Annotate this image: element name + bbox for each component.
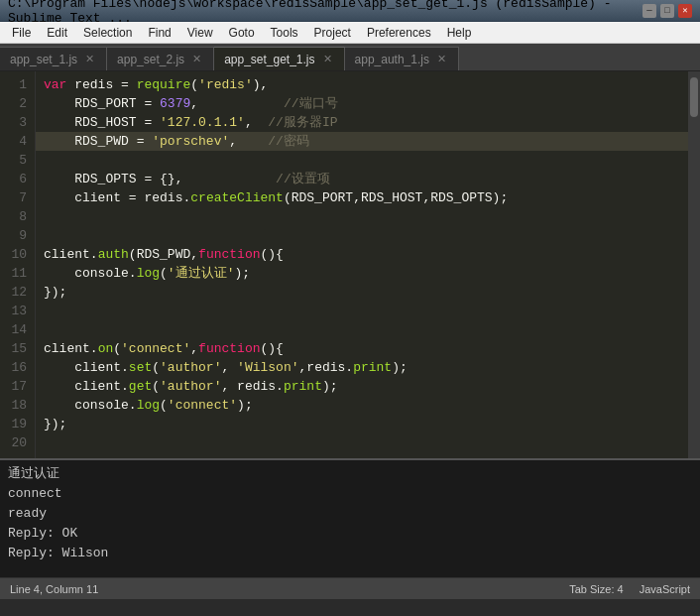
tab-app-set-1[interactable]: app_set_1.js ✕	[0, 47, 107, 70]
menu-file[interactable]: File	[4, 24, 39, 42]
tab-app-set-2[interactable]: app_set_2.js ✕	[107, 47, 214, 70]
tab-close-3[interactable]: ✕	[321, 53, 334, 65]
console-output: 通过认证 connect ready Reply: OK Reply: Wils…	[0, 458, 700, 577]
title-text: C:\Program Files\nodejs\workspace\redisS…	[8, 0, 642, 26]
window-controls: ─ □ ✕	[642, 4, 692, 18]
menu-selection[interactable]: Selection	[75, 24, 140, 42]
menu-tools[interactable]: Tools	[263, 24, 306, 42]
tab-close-1[interactable]: ✕	[83, 53, 96, 65]
menu-project[interactable]: Project	[306, 24, 359, 42]
close-button[interactable]: ✕	[678, 4, 692, 18]
console-line-3: ready	[8, 504, 692, 524]
tab-size: Tab Size: 4	[569, 583, 623, 595]
menu-goto[interactable]: Goto	[221, 24, 263, 42]
console-line-4: Reply: OK	[8, 524, 692, 544]
editor[interactable]: 1 2 3 4 5 6 7 8 9 10 11 12 13 14 15 16 1…	[0, 71, 700, 458]
cursor-position: Line 4, Column 11	[10, 583, 98, 595]
scroll-thumb[interactable]	[690, 77, 698, 117]
console-line-5: Reply: Wilson	[8, 544, 692, 563]
menu-edit[interactable]: Edit	[39, 24, 75, 42]
vertical-scrollbar[interactable]	[688, 71, 700, 458]
status-bar: Line 4, Column 11 Tab Size: 4 JavaScript	[0, 577, 700, 599]
console-line-1: 通过认证	[8, 464, 692, 484]
tab-close-4[interactable]: ✕	[435, 53, 448, 65]
tab-app-set-get-1[interactable]: app_set_get_1.js ✕	[214, 47, 344, 70]
menu-view[interactable]: View	[179, 24, 221, 42]
maximize-button[interactable]: □	[660, 4, 674, 18]
status-right: Tab Size: 4 JavaScript	[569, 583, 690, 595]
console-line-2: connect	[8, 484, 692, 504]
menu-find[interactable]: Find	[140, 24, 178, 42]
code-area[interactable]: var redis = require('redis'), RDS_PORT =…	[36, 71, 688, 458]
tab-close-2[interactable]: ✕	[190, 53, 203, 65]
title-bar: C:\Program Files\nodejs\workspace\redisS…	[0, 0, 700, 22]
tab-bar: app_set_1.js ✕ app_set_2.js ✕ app_set_ge…	[0, 44, 700, 71]
line-numbers: 1 2 3 4 5 6 7 8 9 10 11 12 13 14 15 16 1…	[0, 71, 36, 458]
menu-preferences[interactable]: Preferences	[359, 24, 439, 42]
language: JavaScript	[640, 583, 690, 595]
minimize-button[interactable]: ─	[642, 4, 656, 18]
menu-help[interactable]: Help	[439, 24, 480, 42]
tab-app-auth-1[interactable]: app_auth_1.js ✕	[345, 47, 459, 70]
